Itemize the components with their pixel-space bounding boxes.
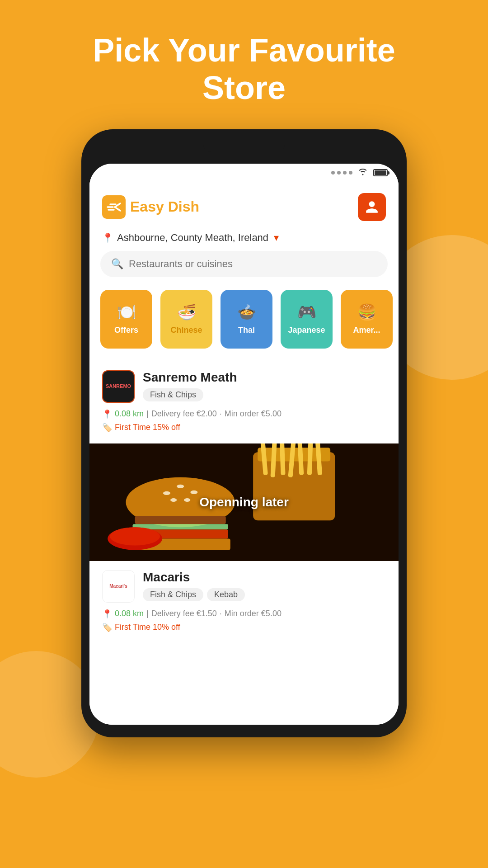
svg-rect-11 xyxy=(135,516,226,524)
battery-fill xyxy=(375,170,386,175)
app-header: Easy Dish xyxy=(89,182,399,228)
japanese-icon: 🎮 xyxy=(297,303,316,321)
header-title-line2: Store xyxy=(202,70,286,106)
american-icon: 🍔 xyxy=(357,303,376,321)
phone-notch xyxy=(203,142,285,152)
restaurant-card-macaris[interactable]: Macari's Macaris Fish & Chips Kebab 📍 0.… xyxy=(89,561,399,642)
offers-label: Offers xyxy=(114,326,138,335)
macaris-offer-icon: 🏷️ xyxy=(102,623,112,632)
american-label: Amer... xyxy=(353,326,380,335)
sanremo-distance: 0.08 km xyxy=(115,409,144,419)
macaris-logo: Macari's xyxy=(102,570,135,603)
logo-text: Easy Dish xyxy=(130,198,199,215)
app-content: Easy Dish 📍 Ashbourne, County Meath, Ire… xyxy=(89,182,399,725)
offer-tag-icon: 🏷️ xyxy=(102,423,112,433)
thai-label: Thai xyxy=(238,326,255,335)
battery-icon xyxy=(373,169,388,176)
signal-dot-1 xyxy=(331,171,335,175)
sanremo-header: SANREMO Sanremo Meath Fish & Chips xyxy=(102,370,386,403)
phone-screen: Easy Dish 📍 Ashbourne, County Meath, Ire… xyxy=(89,164,399,725)
search-bar[interactable]: 🔍 xyxy=(100,251,388,277)
signal-dot-3 xyxy=(343,171,347,175)
page-header: Pick Your Favourite Store xyxy=(56,0,432,129)
sanremo-logo: SANREMO xyxy=(102,370,135,403)
banner-overlay-text: Openning later xyxy=(199,495,289,509)
location-pin-small: 📍 xyxy=(102,409,112,419)
sanremo-min-order: Min order €5.00 xyxy=(225,409,282,419)
restaurant-card-sanremo[interactable]: SANREMO Sanremo Meath Fish & Chips 📍 0.0… xyxy=(89,361,399,442)
svg-point-18 xyxy=(184,498,190,502)
categories-list: 🍽️ Offers 🍜 Chinese 🍲 Thai 🎮 Japanese 🍔 xyxy=(89,290,399,361)
banner-visual: Openning later xyxy=(89,443,399,561)
sanremo-offer: 🏷️ First Time 15% off xyxy=(102,423,386,433)
status-bar xyxy=(89,164,399,182)
search-input[interactable] xyxy=(129,258,377,270)
location-pin-icon: 📍 xyxy=(102,232,113,243)
sanremo-delivery-fee: Delivery fee €2.00 xyxy=(151,409,217,419)
phone-notch-area xyxy=(89,142,399,160)
signal-dot-2 xyxy=(337,171,341,175)
thai-icon: 🍲 xyxy=(237,303,256,321)
sanremo-name: Sanremo Meath xyxy=(143,370,237,385)
sanremo-delivery: | xyxy=(146,409,149,419)
sanremo-dot: · xyxy=(220,409,222,419)
macaris-sep: | xyxy=(146,609,149,618)
macaris-tag-2: Kebab xyxy=(207,588,245,601)
profile-button[interactable] xyxy=(358,193,386,221)
macaris-meta: 📍 0.08 km | Delivery fee €1.50 · Min ord… xyxy=(102,609,386,619)
sanremo-offer-text: First Time 15% off xyxy=(115,423,180,432)
location-text: Ashbourne, County Meath, Ireland xyxy=(117,232,268,244)
header-title-line1: Pick Your Favourite xyxy=(93,32,395,68)
profile-icon xyxy=(365,200,379,214)
signal-dots xyxy=(331,171,352,175)
banner-image: Openning later xyxy=(89,443,399,561)
macaris-offer: 🏷️ First Time 10% off xyxy=(102,623,386,632)
category-chip-chinese[interactable]: 🍜 Chinese xyxy=(160,290,212,349)
logo-icon xyxy=(102,195,126,219)
category-chip-japanese[interactable]: 🎮 Japanese xyxy=(281,290,333,349)
macaris-header: Macari's Macaris Fish & Chips Kebab xyxy=(102,570,386,603)
signal-dot-4 xyxy=(349,171,352,175)
phone-frame: Easy Dish 📍 Ashbourne, County Meath, Ire… xyxy=(81,129,407,737)
sanremo-info: Sanremo Meath Fish & Chips xyxy=(143,370,237,401)
offers-icon: 🍽️ xyxy=(117,303,136,321)
sanremo-logo-text: SANREMO xyxy=(106,383,131,389)
category-chip-offers[interactable]: 🍽️ Offers xyxy=(100,290,152,349)
macaris-info: Macaris Fish & Chips Kebab xyxy=(143,570,245,601)
svg-point-17 xyxy=(190,490,197,494)
japanese-label: Japanese xyxy=(288,326,325,335)
sanremo-tag-1: Fish & Chips xyxy=(143,388,203,401)
logo-area: Easy Dish xyxy=(102,195,199,219)
macaris-delivery-fee: Delivery fee €1.50 xyxy=(151,609,217,618)
svg-point-21 xyxy=(110,527,160,545)
macaris-min-order: Min order €5.00 xyxy=(225,609,282,618)
macaris-tags: Fish & Chips Kebab xyxy=(143,588,245,601)
category-chip-american[interactable]: 🍔 Amer... xyxy=(341,290,393,349)
category-chip-thai[interactable]: 🍲 Thai xyxy=(221,290,272,349)
location-bar[interactable]: 📍 Ashbourne, County Meath, Ireland ▾ xyxy=(89,228,399,251)
macaris-offer-text: First Time 10% off xyxy=(115,623,180,632)
location-chevron-icon: ▾ xyxy=(274,232,279,244)
search-icon: 🔍 xyxy=(111,258,123,270)
banner-text: Openning later xyxy=(199,495,289,509)
macaris-name: Macaris xyxy=(143,570,245,585)
wifi-icon xyxy=(358,168,368,178)
macaris-tag-1: Fish & Chips xyxy=(143,588,203,601)
svg-point-19 xyxy=(170,498,177,502)
chinese-label: Chinese xyxy=(170,326,202,335)
svg-point-16 xyxy=(177,484,184,488)
chinese-icon: 🍜 xyxy=(177,303,196,321)
sanremo-tags: Fish & Chips xyxy=(143,388,237,401)
svg-point-15 xyxy=(163,491,170,495)
macaris-logo-text: Macari's xyxy=(109,584,127,589)
macaris-distance: 0.08 km xyxy=(115,609,144,618)
macaris-pin-icon: 📍 xyxy=(102,609,112,619)
sanremo-meta: 📍 0.08 km | Delivery fee €2.00 · Min ord… xyxy=(102,409,386,419)
macaris-dot: · xyxy=(220,609,222,618)
